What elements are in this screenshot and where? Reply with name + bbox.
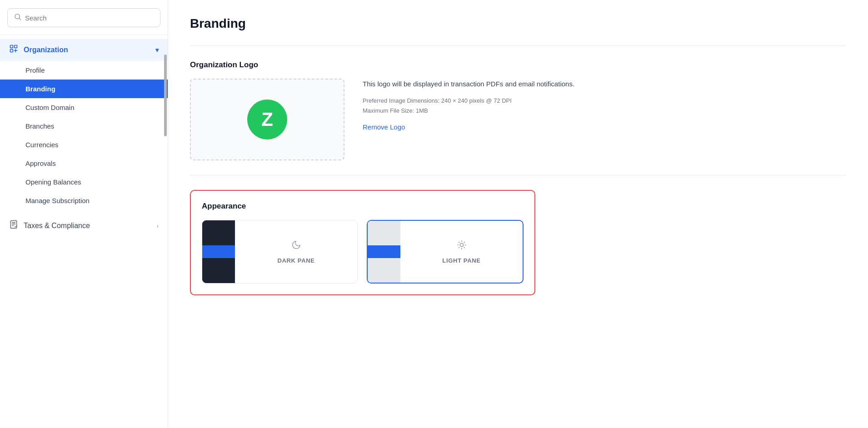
svg-line-16 (459, 247, 459, 248)
svg-line-1 (19, 18, 20, 20)
sidebar-item-custom-domain[interactable]: Custom Domain (0, 98, 168, 117)
nav-section-organization: Organization ▾ Profile Branding Custom D… (0, 35, 168, 214)
dark-preview-bottom (202, 258, 235, 283)
sidebar-item-manage-subscription[interactable]: Manage Subscription (0, 191, 168, 210)
taxes-compliance-label: Taxes & Compliance (24, 222, 90, 230)
sidebar-item-branding[interactable]: Branding (0, 80, 168, 98)
svg-rect-4 (10, 50, 13, 52)
svg-line-15 (464, 247, 464, 248)
light-preview (368, 221, 400, 283)
sidebar-scroll: Organization ▾ Profile Branding Custom D… (0, 35, 168, 428)
svg-rect-2 (10, 45, 13, 48)
logo-section-label: Organization Logo (190, 60, 846, 70)
dark-preview-middle (202, 245, 235, 258)
dark-theme-label: DARK PANE (277, 257, 314, 264)
search-container (0, 0, 168, 35)
logo-meta: Preferred Image Dimensions: 240 × 240 pi… (363, 96, 846, 116)
logo-avatar: Z (247, 100, 287, 139)
appearance-title: Appearance (202, 202, 524, 211)
light-preview-top (368, 221, 400, 245)
dark-label-area: DARK PANE (235, 240, 357, 264)
logo-section-content: Z This logo will be displayed in transac… (190, 79, 846, 160)
search-icon (14, 13, 21, 22)
sidebar-item-branches[interactable]: Branches (0, 117, 168, 135)
nav-group-label: Organization (24, 46, 68, 54)
theme-card-light[interactable]: LIGHT PANE (367, 220, 524, 284)
logo-dropzone[interactable]: Z (190, 79, 344, 160)
max-file-size: Maximum File Size: 1MB (363, 106, 846, 116)
sidebar-item-opening-balances[interactable]: Opening Balances (0, 173, 168, 191)
moon-icon (291, 240, 301, 253)
taxes-compliance-icon (9, 220, 18, 231)
logo-info: This logo will be displayed in transacti… (363, 79, 846, 131)
sidebar-item-approvals[interactable]: Approvals (0, 154, 168, 173)
sidebar-item-currencies[interactable]: Currencies (0, 135, 168, 154)
sidebar: Organization ▾ Profile Branding Custom D… (0, 0, 168, 428)
dark-preview-top (202, 220, 235, 245)
main-content: Branding Organization Logo Z This logo w… (168, 0, 868, 428)
sun-icon (457, 240, 467, 253)
light-preview-middle (368, 245, 400, 258)
theme-card-dark[interactable]: DARK PANE (202, 220, 358, 284)
svg-line-17 (464, 242, 464, 242)
light-label-area: LIGHT PANE (400, 240, 523, 264)
dark-preview (202, 220, 235, 283)
chevron-down-icon: ▾ (155, 46, 159, 54)
divider-mid (190, 175, 846, 175)
logo-description: This logo will be displayed in transacti… (363, 79, 846, 90)
svg-rect-3 (15, 45, 17, 48)
remove-logo-button[interactable]: Remove Logo (363, 123, 405, 131)
divider-top (190, 45, 846, 46)
nav-group-organization[interactable]: Organization ▾ (0, 39, 168, 61)
organization-icon (9, 44, 18, 55)
chevron-right-icon: › (156, 222, 159, 229)
svg-point-9 (460, 243, 463, 246)
logo-section: Organization Logo Z This logo will be di… (190, 60, 846, 160)
page-title: Branding (190, 16, 846, 31)
nav-item-taxes-compliance[interactable]: Taxes & Compliance › (0, 214, 168, 238)
appearance-section: Appearance DARK PANE (190, 190, 535, 295)
search-input[interactable] (25, 14, 154, 22)
preferred-dimensions: Preferred Image Dimensions: 240 × 240 pi… (363, 96, 846, 106)
search-box[interactable] (7, 8, 160, 27)
sidebar-item-profile[interactable]: Profile (0, 61, 168, 80)
theme-options: DARK PANE (202, 220, 524, 284)
svg-line-14 (459, 242, 459, 242)
light-preview-bottom (368, 258, 400, 283)
light-theme-label: LIGHT PANE (442, 257, 480, 264)
